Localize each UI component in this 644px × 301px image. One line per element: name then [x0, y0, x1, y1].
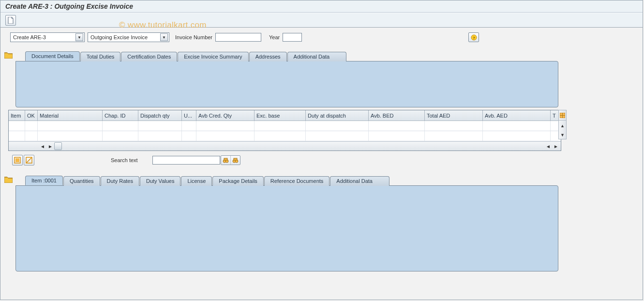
item-tabs: Item :0001 Quantities Duty Rates Duty Va… — [25, 175, 558, 185]
col-dispqty[interactable]: Dispatch qty — [138, 110, 182, 120]
action-dropdown-label: Create ARE-3 — [13, 34, 46, 40]
tab-item[interactable]: Item :0001 — [25, 176, 63, 185]
item-tabpanel — [15, 185, 558, 271]
tab-additional-data[interactable]: Additional Data — [287, 52, 347, 61]
search-text-label: Search text — [111, 157, 138, 163]
find-next-button[interactable] — [231, 156, 240, 165]
svg-line-6 — [27, 158, 31, 163]
items-grid[interactable]: Item OK Material Chap. ID Dispatch qty U… — [8, 110, 561, 151]
grid-toolbar: Search text — [12, 155, 639, 166]
scroll-right-icon[interactable]: ► — [552, 142, 560, 150]
grid-vscrollbar[interactable]: ▲ ▼ — [558, 110, 567, 139]
header-tabpanel — [15, 61, 558, 107]
col-ok[interactable]: OK — [25, 110, 38, 120]
scroll-left-icon[interactable]: ◄ — [544, 142, 552, 150]
tab-quantities[interactable]: Quantities — [63, 176, 100, 186]
table-row[interactable] — [9, 131, 561, 141]
col-avbaed[interactable]: Avb. AED — [483, 110, 551, 120]
tab-total-duties[interactable]: Total Duties — [80, 52, 120, 61]
invoice-number-input[interactable] — [215, 33, 261, 42]
table-settings-icon — [560, 113, 565, 118]
tab-license[interactable]: License — [181, 176, 212, 186]
find-button[interactable] — [221, 156, 231, 165]
item-tabset: Item :0001 Quantities Duty Rates Duty Va… — [15, 175, 558, 271]
deselect-all-icon — [26, 157, 32, 164]
items-grid-wrap: Item OK Material Chap. ID Dispatch qty U… — [8, 110, 567, 151]
doc-type-dropdown[interactable]: Outgoing Excise Invoice ▼ — [88, 32, 169, 42]
collapse-header-button[interactable] — [4, 52, 13, 60]
svg-rect-12 — [234, 158, 237, 160]
scroll-right-icon[interactable]: ► — [46, 142, 54, 150]
folder-icon — [4, 52, 13, 59]
tab-duty-values[interactable]: Duty Values — [140, 176, 181, 186]
scroll-down-icon[interactable]: ▼ — [559, 131, 566, 139]
tab-excise-invoice-summary[interactable]: Excise Invoice Summary — [178, 52, 248, 61]
new-document-button[interactable] — [5, 15, 16, 26]
tab-duty-rates[interactable]: Duty Rates — [101, 176, 139, 186]
col-dutydisp[interactable]: Duty at dispatch — [306, 110, 369, 120]
binoculars-icon — [223, 157, 229, 164]
invoice-number-label: Invoice Number — [175, 34, 212, 40]
col-u[interactable]: U... — [182, 110, 196, 120]
tab-reference-documents[interactable]: Reference Documents — [264, 176, 329, 186]
items-grid-header: Item OK Material Chap. ID Dispatch qty U… — [9, 110, 561, 121]
col-avbbed[interactable]: Avb. BED — [369, 110, 425, 120]
action-dropdown[interactable]: Create ARE-3 ▼ — [10, 32, 85, 42]
collapse-item-button[interactable] — [4, 176, 13, 184]
tab-package-details[interactable]: Package Details — [212, 176, 264, 186]
tab-certification-dates[interactable]: Certification Dates — [121, 52, 177, 61]
table-row[interactable] — [9, 121, 561, 131]
col-material[interactable]: Material — [38, 110, 103, 120]
select-all-button[interactable] — [12, 155, 23, 166]
page-title: Create ARE-3 : Outgoing Excise Invoice — [0, 0, 643, 13]
lightbulb-icon: ? — [471, 34, 477, 41]
header-tabset: Document Details Total Duties Certificat… — [15, 51, 558, 107]
doc-type-dropdown-label: Outgoing Excise Invoice — [90, 34, 148, 40]
chevron-down-icon: ▼ — [160, 33, 168, 41]
tab-addresses[interactable]: Addresses — [249, 52, 287, 61]
year-label: Year — [269, 34, 280, 40]
col-excbase[interactable]: Exc. base — [255, 110, 306, 120]
year-input[interactable] — [283, 33, 302, 42]
help-button[interactable]: ? — [468, 32, 479, 42]
col-avbcred[interactable]: Avb Cred. Qty — [196, 110, 255, 120]
folder-icon — [4, 176, 13, 183]
chevron-down-icon: ▼ — [75, 33, 83, 41]
col-totalaed[interactable]: Total AED — [425, 110, 483, 120]
deselect-all-button[interactable] — [24, 155, 34, 166]
svg-text:?: ? — [473, 35, 475, 40]
scroll-up-icon[interactable]: ▲ — [559, 122, 566, 130]
tab-document-details[interactable]: Document Details — [25, 51, 80, 61]
tab-additional-data-item[interactable]: Additional Data — [330, 176, 389, 186]
scroll-left-icon[interactable]: ◄ — [39, 142, 46, 150]
grid-config-icon[interactable] — [559, 110, 566, 120]
scroll-thumb[interactable] — [54, 142, 62, 150]
svg-rect-9 — [224, 158, 227, 160]
svg-rect-4 — [15, 158, 19, 162]
find-buttons — [221, 155, 240, 165]
select-all-icon — [14, 157, 21, 164]
header-tabs: Document Details Total Duties Certificat… — [25, 51, 558, 60]
selection-row: Create ARE-3 ▼ Outgoing Excise Invoice ▼… — [10, 32, 639, 42]
binoculars-next-icon — [232, 157, 239, 164]
document-icon — [8, 17, 14, 24]
search-text-input[interactable] — [152, 156, 220, 165]
items-grid-body — [9, 121, 561, 141]
col-item[interactable]: Item — [9, 110, 25, 120]
col-chap[interactable]: Chap. ID — [103, 110, 138, 120]
grid-hscrollbar[interactable]: ◄ ► ◄ ► — [9, 141, 561, 150]
app-toolbar — [0, 13, 643, 28]
